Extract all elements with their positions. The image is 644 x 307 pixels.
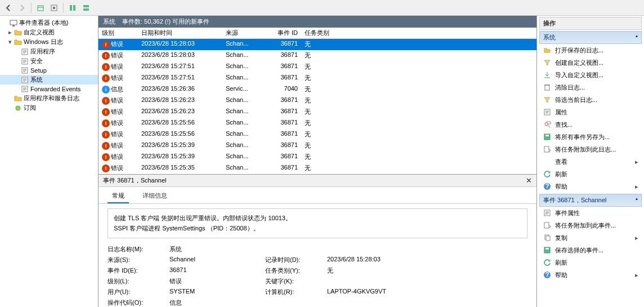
col-event-id[interactable]: 事件 ID <box>267 28 301 38</box>
action-label: 清除日志... <box>555 83 585 92</box>
task-text: 无 <box>301 39 335 50</box>
error-icon: ! <box>102 153 110 161</box>
error-icon: ! <box>102 164 110 172</box>
action-item[interactable]: 创建自定义视图... <box>539 56 642 69</box>
event-row[interactable]: !错误 2023/6/28 15:27:51 Schan... 36871 无 <box>99 61 536 73</box>
folder-icon <box>14 29 23 37</box>
actions-section-event[interactable]: 事件 36871，Schannel <box>539 194 642 207</box>
nav-forward-button[interactable] <box>16 2 28 14</box>
tree-root[interactable]: 事件查看器 (本地) <box>0 18 98 28</box>
tree-item[interactable]: 应用程序 <box>0 47 98 56</box>
folder-icon <box>14 95 23 103</box>
level-text: 错误 <box>111 96 123 105</box>
help-icon: ? <box>543 182 552 191</box>
action-label: 查看 <box>555 158 567 166</box>
event-row[interactable]: !错误 2023/6/28 15:25:35 Schan... 36871 无 <box>99 163 536 174</box>
level-text: 错误 <box>111 164 123 172</box>
toolbar-icon[interactable] <box>48 2 60 14</box>
date-text: 2023/6/28 15:26:23 <box>138 95 222 106</box>
tree-item[interactable]: 安全 <box>0 56 98 66</box>
id-text: 36871 <box>267 163 301 173</box>
date-text: 2023/6/28 15:27:51 <box>138 73 222 83</box>
props-icon <box>543 208 552 217</box>
tree-label: 安全 <box>30 57 43 65</box>
tree-label: 订阅 <box>24 104 36 112</box>
svg-rect-3 <box>70 5 72 11</box>
action-item[interactable]: 保存选择的事件... <box>539 244 642 256</box>
col-level[interactable]: 级别 <box>99 28 138 38</box>
event-row[interactable]: !错误 2023/6/28 15:28:03 Schan... 36871 无 <box>99 50 536 61</box>
action-item[interactable]: 刷新 <box>539 168 642 180</box>
col-task[interactable]: 任务类别 <box>301 28 335 38</box>
date-text: 2023/6/28 15:25:39 <box>138 140 222 151</box>
id-text: 36871 <box>267 106 301 117</box>
svg-rect-6 <box>83 8 89 11</box>
action-item[interactable]: 查看▸ <box>539 155 642 168</box>
action-label: 筛选当前日志... <box>555 96 597 104</box>
action-item[interactable]: ?帮助▸ <box>539 180 642 193</box>
event-row[interactable]: !错误 2023/6/28 15:25:39 Schan... 36871 无 <box>99 152 536 163</box>
task-text: 无 <box>301 140 335 151</box>
tree-item[interactable]: ▾Windows 日志 <box>0 37 98 47</box>
tab-details[interactable]: 详细信息 <box>138 189 172 203</box>
event-row[interactable]: !错误 2023/6/28 15:27:51 Schan... 36871 无 <box>99 73 536 84</box>
event-row[interactable]: i信息 2023/6/28 15:26:36 Servic... 7040 无 <box>99 84 536 95</box>
action-item[interactable]: 筛选当前日志... <box>539 94 642 106</box>
toolbar-icon[interactable] <box>66 2 79 14</box>
tree-item[interactable]: Forwarded Events <box>0 84 98 94</box>
event-list[interactable]: 级别 日期和时间 来源 事件 ID 任务类别 !错误 2023/6/28 15:… <box>99 28 536 174</box>
action-item[interactable]: 打开保存的日志... <box>539 44 642 56</box>
svg-rect-29 <box>545 248 549 250</box>
col-date[interactable]: 日期和时间 <box>138 28 222 38</box>
log-icon <box>20 48 29 56</box>
action-item[interactable]: 清除日志... <box>539 81 642 94</box>
list-header-bar: 系统 事件数: 50,362 (!) 可用的新事件 <box>99 16 536 28</box>
actions-section-system[interactable]: 系统 <box>539 31 642 44</box>
error-icon: ! <box>102 63 110 71</box>
tree-item[interactable]: 订阅 <box>0 103 98 113</box>
col-source[interactable]: 来源 <box>222 28 267 38</box>
action-item[interactable]: 将任务附加到此事件... <box>539 219 642 232</box>
action-item[interactable]: 将任务附加到此日志... <box>539 143 642 155</box>
action-item[interactable]: 复制▸ <box>539 232 642 244</box>
action-item[interactable]: 将所有事件另存为... <box>539 131 642 143</box>
action-item[interactable]: ?帮助▸ <box>539 269 642 281</box>
detail-properties: 日志名称(M):系统 来源(S):Schannel 记录时间(D):2023/6… <box>108 245 527 307</box>
date-text: 2023/6/28 15:27:51 <box>138 61 222 72</box>
section-name: 系统 <box>103 17 115 26</box>
svg-rect-8 <box>12 25 15 26</box>
event-row[interactable]: !错误 2023/6/28 15:25:56 Schan... 36871 无 <box>99 118 536 129</box>
action-label: 帮助 <box>555 271 567 279</box>
tree-item[interactable]: ▸自定义视图 <box>0 28 98 37</box>
event-row[interactable]: !错误 2023/6/28 15:25:39 Schan... 36871 无 <box>99 140 536 152</box>
tree-item[interactable]: 系统 <box>0 75 98 84</box>
nav-back-button[interactable] <box>2 2 15 14</box>
level-text: 错误 <box>111 153 123 161</box>
error-icon: ! <box>102 108 110 116</box>
event-row[interactable]: !错误 2023/6/28 15:26:23 Schan... 36871 无 <box>99 106 536 118</box>
action-item[interactable]: 查找... <box>539 118 642 131</box>
folder-icon <box>14 38 23 46</box>
error-icon: ! <box>102 41 110 48</box>
action-label: 导入自定义视图... <box>555 71 603 79</box>
actions-title: 操作 <box>539 17 642 30</box>
task-text: 无 <box>301 84 335 95</box>
toolbar-icon[interactable] <box>34 2 47 14</box>
tree-item[interactable]: Setup <box>0 66 98 75</box>
level-text: 错误 <box>111 40 123 48</box>
toolbar-icon[interactable] <box>80 2 92 14</box>
action-item[interactable]: 属性 <box>539 106 642 118</box>
event-row[interactable]: !错误 2023/6/28 15:26:23 Schan... 36871 无 <box>99 95 536 106</box>
action-label: 将所有事件另存为... <box>555 133 610 141</box>
tree-item[interactable]: 应用程序和服务日志 <box>0 94 98 103</box>
task-text: 无 <box>301 129 335 140</box>
event-row[interactable]: !错误 2023/6/28 15:28:03 Schan... 36871 无 <box>99 39 536 50</box>
action-item[interactable]: 事件属性 <box>539 207 642 219</box>
source-text: Schan... <box>222 61 267 72</box>
props-icon <box>543 108 552 117</box>
close-icon[interactable]: ✕ <box>526 176 532 185</box>
event-row[interactable]: !错误 2023/6/28 15:25:56 Schan... 36871 无 <box>99 129 536 140</box>
action-item[interactable]: 导入自定义视图... <box>539 69 642 81</box>
action-item[interactable]: 刷新 <box>539 256 642 269</box>
tab-general[interactable]: 常规 <box>108 189 129 203</box>
